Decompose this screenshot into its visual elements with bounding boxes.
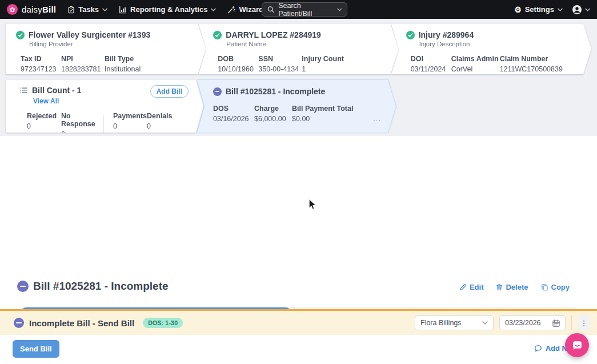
billing-provider-card[interactable]: Flower Valley Surgicenter #1393 Billing … xyxy=(6,24,206,74)
top-navbar: ✿ daisyBill Tasks Reporting & Analytics … xyxy=(0,0,597,19)
calendar-icon xyxy=(552,319,560,327)
card-fields: DOB10/10/1960 SSN350-00-4134 Injury Coun… xyxy=(218,55,388,73)
gear-icon: ⚙ xyxy=(514,5,522,14)
stat-rejected: Rejected0 xyxy=(27,112,61,138)
chevron-down-icon xyxy=(337,8,342,11)
field-value: 03/16/2026 xyxy=(213,115,254,123)
field-label: DOS xyxy=(213,105,254,113)
chevron-down-icon xyxy=(102,8,107,11)
stat-value: 0 xyxy=(27,122,61,130)
check-circle-icon xyxy=(406,31,415,39)
crumb-wrap: DARRYL LOPEZ #284919 Patient Name DOB10/… xyxy=(198,24,398,74)
copy-button[interactable]: Copy xyxy=(541,283,570,291)
brand-bold: Bill xyxy=(42,5,56,14)
card-head: Flower Valley Surgicenter #1393 xyxy=(16,30,195,39)
chevron-down-icon xyxy=(211,8,216,11)
settings-label: Settings xyxy=(525,5,554,14)
bill-count-card: Bill Count - 1 Add Bill View All Rejecte… xyxy=(6,80,203,133)
bill-chip-fields: DOS03/16/2026 Charge$6,000.00 Bill Payme… xyxy=(213,105,381,123)
search-input[interactable]: Search Patient/Bill xyxy=(262,2,347,17)
chevron-down-icon xyxy=(482,321,488,325)
field: Charge$6,000.00 xyxy=(254,105,292,123)
incomplete-status-icon xyxy=(213,87,222,96)
field-label: Claim Number xyxy=(500,55,563,63)
selected-bill-card[interactable]: Bill #1025281 - Incomplete DOS03/16/2026… xyxy=(197,80,396,133)
stat-value: 0 xyxy=(113,122,147,130)
menu-settings[interactable]: ⚙ Settings xyxy=(514,5,563,14)
edit-button[interactable]: Edit xyxy=(459,283,484,291)
stat-label: Rejected xyxy=(27,112,61,120)
incomplete-status-icon xyxy=(14,318,24,328)
field-value: 1211WC170500839 xyxy=(500,65,563,73)
view-all-link[interactable]: View All xyxy=(33,97,59,105)
footer-action-row: Send Bill Add N xyxy=(0,335,597,364)
card-title: DARRYL LOPEZ #284919 xyxy=(226,30,321,39)
dos-age-badge: DOS: 1-30 xyxy=(143,318,183,328)
card-title: Injury #289964 xyxy=(419,30,474,39)
incomplete-status-icon xyxy=(17,281,29,292)
list-icon xyxy=(19,86,28,94)
bar-chart-icon xyxy=(119,6,127,14)
card-title: Flower Valley Surgicenter #1393 xyxy=(29,30,150,39)
field: Claims AdminCorVel xyxy=(451,55,500,73)
menu-tasks[interactable]: Tasks xyxy=(67,5,107,14)
patient-card[interactable]: DARRYL LOPEZ #284919 Patient Name DOB10/… xyxy=(198,24,398,74)
field: DOS03/16/2026 xyxy=(213,105,254,123)
bill-row: Bill Count - 1 Add Bill View All Rejecte… xyxy=(6,80,396,133)
chevron-down-icon xyxy=(585,8,590,11)
search-placeholder: Search Patient/Bill xyxy=(278,2,332,18)
send-date-value: 03/23/2026 xyxy=(505,319,541,327)
stat-label: No Response xyxy=(61,112,103,128)
send-date-input[interactable]: 03/23/2026 xyxy=(499,315,566,330)
menu-reporting-analytics[interactable]: Reporting & Analytics xyxy=(119,5,216,14)
field-value: 03/11/2024 xyxy=(411,65,451,73)
crumb-wrap: Flower Valley Surgicenter #1393 Billing … xyxy=(6,24,206,74)
user-avatar-icon xyxy=(572,5,582,15)
card-fields: DOI03/11/2024 Claims AdminCorVel Claim N… xyxy=(411,55,581,73)
trash-icon xyxy=(496,283,503,291)
stats-divider xyxy=(103,115,104,135)
stat-value: 0 xyxy=(147,122,172,130)
account-menu[interactable] xyxy=(572,5,590,15)
injury-card[interactable]: Injury #289964 Injury Description DOI03/… xyxy=(391,24,591,74)
field: Injury Count1 xyxy=(302,55,344,73)
check-circle-icon xyxy=(16,31,25,39)
add-bill-button[interactable]: Add Bill xyxy=(150,85,189,98)
field-value: 350-00-4134 xyxy=(258,65,302,73)
card-subtitle: Billing Provider xyxy=(29,41,195,47)
field-label: Tax ID xyxy=(21,55,61,63)
menu-wizard-label: Wizard xyxy=(239,5,263,14)
field-label: NPI xyxy=(61,55,105,63)
bill-count-title: Bill Count - 1 xyxy=(32,86,81,95)
footer-title: Incomplete Bill - Send Bill xyxy=(29,318,134,328)
bill-count-wrap: Bill Count - 1 Add Bill View All Rejecte… xyxy=(6,80,203,133)
field-label: Bill Type xyxy=(105,55,141,63)
chat-widget-button[interactable] xyxy=(565,333,589,357)
chat-bubble-icon xyxy=(534,345,542,353)
crumb-wrap: Injury #289964 Injury Description DOI03/… xyxy=(391,24,591,74)
bill-count-stats: Rejected0 No Response0 Payments0 Denials… xyxy=(27,112,189,138)
footer-banner: Incomplete Bill - Send Bill DOS: 1-30 Fl… xyxy=(0,311,597,335)
main-content: Bill #1025281 - Incomplete Edit Delete C… xyxy=(0,136,597,309)
send-bill-button[interactable]: Send Bill xyxy=(13,340,59,358)
add-note-link[interactable]: Add N xyxy=(534,344,567,353)
footer-controls: Flora Billings 03/23/2026 ⋮ xyxy=(415,315,590,330)
bill-chip-wrap: Bill #1025281 - Incomplete DOS03/16/2026… xyxy=(197,80,396,133)
context-breadcrumbs: Flower Valley Surgicenter #1393 Billing … xyxy=(6,24,591,74)
delete-button[interactable]: Delete xyxy=(496,283,528,291)
stat-label: Denials xyxy=(147,112,172,120)
field-value: 1 xyxy=(302,65,344,73)
copy-label: Copy xyxy=(551,283,570,291)
messenger-icon xyxy=(571,339,583,351)
field-label: Bill Payment Total xyxy=(292,105,353,113)
field-value: $6,000.00 xyxy=(254,115,292,123)
card-subtitle: Patient Name xyxy=(226,41,388,47)
field-label: Injury Count xyxy=(302,55,344,63)
field-label: SSN xyxy=(258,55,302,63)
card-head: Injury #289964 xyxy=(406,30,581,39)
kebab-menu-button[interactable]: ⋮ xyxy=(578,315,590,330)
more-options-ellipsis[interactable]: ... xyxy=(373,114,381,123)
daisybill-logo[interactable]: ✿ daisyBill xyxy=(7,4,56,15)
biller-select[interactable]: Flora Billings xyxy=(415,315,494,330)
field-value: Institutional xyxy=(105,65,141,73)
